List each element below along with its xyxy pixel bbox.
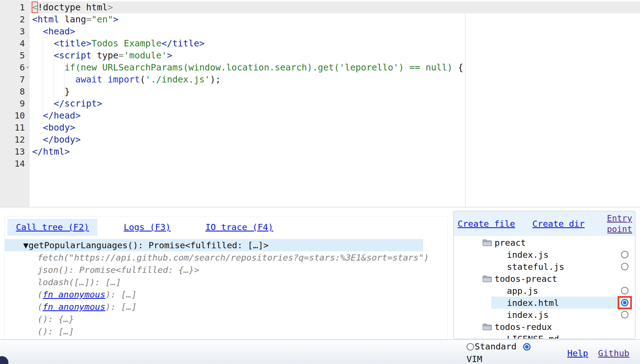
github-link[interactable]: Github	[598, 348, 629, 358]
help-link[interactable]: Help	[567, 348, 588, 358]
vim-keybinding-label: VIM	[467, 354, 482, 364]
entry-point-cell	[614, 287, 635, 294]
line-number: 13	[0, 146, 30, 158]
line-number: 10	[0, 110, 30, 122]
code-lines: 1<!doctype html>2<html lang="en">3 <head…	[0, 1, 640, 170]
file-row[interactable]: index.js	[454, 309, 635, 321]
code-line[interactable]: 1<!doctype html>	[0, 1, 640, 13]
call-tree-row[interactable]: (fn anonymous): […]	[5, 337, 447, 339]
call-tree-rows: ▼getPopularLanguages(): Promise<fulfille…	[5, 239, 447, 339]
code-line[interactable]: 9 </script>	[0, 98, 640, 110]
tab-call-tree[interactable]: Call tree (F2)	[8, 219, 97, 236]
file-name: stateful.js	[507, 262, 564, 272]
code-text: await import('./index.js');	[30, 74, 221, 86]
clear-io-trace-button[interactable]: Clear IO trace (F6)	[200, 340, 273, 364]
dir-name: preact	[495, 238, 526, 248]
file-name: app.js	[507, 286, 538, 296]
standard-keybinding-label: Standard	[475, 341, 516, 351]
dir-row[interactable]: todos-redux	[454, 321, 635, 333]
code-line[interactable]: 5 <script type='module'>	[0, 49, 640, 62]
file-name: index.html	[507, 298, 559, 308]
entry-point-radio[interactable]	[621, 299, 629, 306]
current-file-path: docs/examples/todos- preact/index.html	[3, 340, 107, 364]
file-row[interactable]: index.js	[454, 249, 635, 261]
file-name: index.js	[507, 250, 549, 260]
call-tree-row[interactable]: lodash([…]): […]	[5, 276, 447, 288]
line-number: 9	[0, 98, 30, 110]
call-tree-panel: Call tree (F2) Logs (F3) IO trace (F4) ▼…	[4, 216, 448, 339]
code-line[interactable]: 6▾ if(new URLSearchParams(window.locatio…	[0, 62, 640, 74]
tab-io-trace[interactable]: IO trace (F4)	[197, 219, 282, 236]
fold-arrow-icon[interactable]: ▾	[26, 65, 29, 70]
file-row[interactable]: index.html	[454, 297, 635, 309]
entry-point-line2: point	[607, 224, 632, 235]
call-tree-row[interactable]: json(): Promise<fulfilled: {…}>	[5, 264, 447, 276]
code-line[interactable]: 14	[0, 158, 640, 170]
call-tree-row[interactable]: ▼getPopularLanguages(): Promise<fulfille…	[5, 239, 423, 251]
call-tree-row[interactable]: fetch("https://api.github.com/search/rep…	[5, 251, 447, 264]
vim-keybinding-radio[interactable]	[523, 343, 531, 351]
file-row[interactable]: LICENSE.md	[454, 333, 635, 339]
code-editor[interactable]: 1<!doctype html>2<html lang="en">3 <head…	[0, 0, 640, 207]
entry-point-link[interactable]: Entry point	[607, 213, 632, 235]
code-text: </head>	[30, 110, 81, 122]
code-text: <!doctype html>	[30, 1, 113, 13]
code-text: if(new URLSearchParams(window.location.s…	[30, 62, 463, 74]
code-text: </script>	[30, 98, 102, 110]
standard-keybinding-radio[interactable]	[467, 343, 474, 351]
create-file-button[interactable]: Create file	[458, 219, 515, 229]
anonymous-fn-link[interactable]: fn anonymous	[43, 302, 105, 312]
reopen-run-window-button[interactable]: (Re)open run window (F7)	[320, 340, 419, 364]
code-text: <title>Todos Example</title>	[30, 37, 205, 49]
call-tree-row[interactable]: (fn anonymous): […]	[5, 288, 447, 301]
folder-icon	[482, 239, 492, 247]
code-line[interactable]: 8 }	[0, 86, 640, 98]
call-tree-row[interactable]: (): {…}	[5, 313, 447, 325]
code-text: <html lang="en">	[30, 13, 118, 25]
call-tree-row[interactable]: (fn anonymous): […]	[5, 301, 447, 313]
code-text: </html>	[30, 146, 70, 158]
create-dir-button[interactable]: Create dir	[532, 219, 585, 229]
entry-point-cell	[614, 263, 635, 270]
code-line[interactable]: 4 <title>Todos Example</title>	[0, 37, 640, 49]
code-text: <body>	[30, 122, 75, 134]
file-browser-panel: Create file Create dir Entry point preac…	[453, 211, 636, 339]
entry-point-cell	[614, 296, 635, 309]
entry-point-radio[interactable]	[621, 251, 629, 258]
entry-point-radio[interactable]	[621, 263, 629, 270]
code-text: </body>	[30, 134, 81, 146]
code-line[interactable]: 2<html lang="en">	[0, 13, 640, 25]
code-line[interactable]: 12 </body>	[0, 134, 640, 146]
file-name: index.js	[507, 310, 549, 320]
line-number: 1	[0, 1, 30, 13]
line-number: 3	[0, 25, 30, 37]
cursor-char: <	[32, 2, 37, 13]
dir-row[interactable]: preact	[454, 237, 635, 249]
code-line[interactable]: 11 <body>	[0, 122, 640, 134]
entry-point-radio[interactable]	[621, 287, 629, 294]
file-row[interactable]: stateful.js	[454, 261, 635, 273]
anonymous-fn-link[interactable]: fn anonymous	[43, 289, 105, 299]
entry-point-highlight-box	[618, 296, 632, 309]
entry-point-radio[interactable]	[621, 311, 629, 318]
line-number: 4	[0, 37, 30, 49]
dir-row[interactable]: todos-preact	[454, 273, 635, 285]
code-line[interactable]: 3 <head>	[0, 25, 640, 37]
call-tree-row[interactable]: (): […]	[5, 325, 447, 337]
line-number: 14	[0, 158, 30, 170]
debugger-tabs: Call tree (F2) Logs (F3) IO trace (F4)	[5, 217, 447, 236]
entry-point-cell	[614, 251, 635, 258]
file-row[interactable]: app.js	[454, 285, 635, 297]
line-number: 7	[0, 74, 30, 86]
tab-logs[interactable]: Logs (F3)	[115, 219, 179, 236]
code-text	[30, 158, 32, 170]
code-line[interactable]: 7 await import('./index.js');	[0, 74, 640, 86]
line-number: 12	[0, 134, 30, 146]
line-number: 11	[0, 122, 30, 134]
dir-name: todos-preact	[495, 274, 557, 284]
anonymous-fn-link[interactable]: fn anonymous	[43, 339, 105, 339]
code-line[interactable]: 10 </head>	[0, 110, 640, 122]
file-browser-header: Create file Create dir Entry point	[454, 211, 635, 236]
code-line[interactable]: 13</html>	[0, 146, 640, 158]
folder-icon	[482, 323, 492, 331]
